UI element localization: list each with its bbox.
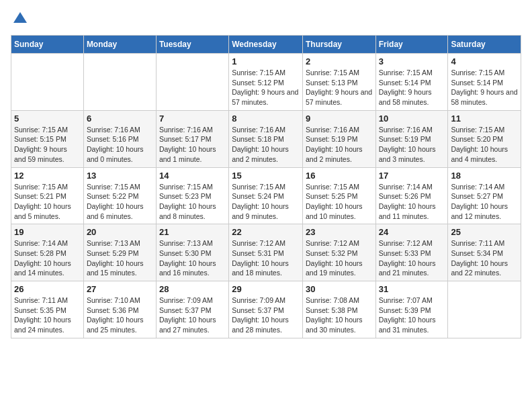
daylight-text: Daylight: 10 hours and 0 minutes. [87,144,153,164]
day-info: Sunrise: 7:14 AMSunset: 5:28 PMDaylight:… [14,238,81,278]
day-info: Sunrise: 7:16 AMSunset: 5:19 PMDaylight:… [379,125,445,165]
day-info: Sunrise: 7:14 AMSunset: 5:27 PMDaylight:… [451,182,518,222]
day-info: Sunrise: 7:14 AMSunset: 5:26 PMDaylight:… [379,182,445,222]
daylight-text: Daylight: 10 hours and 8 minutes. [159,201,226,221]
sunset-text: Sunset: 5:14 PM [451,78,518,88]
sunrise-text: Sunrise: 7:15 AM [232,68,300,78]
weekday-header-saturday: Saturday [448,36,521,54]
calendar-cell: 20Sunrise: 7:13 AMSunset: 5:29 PMDayligh… [83,224,156,281]
day-info: Sunrise: 7:16 AMSunset: 5:19 PMDaylight:… [306,125,373,165]
day-info: Sunrise: 7:16 AMSunset: 5:16 PMDaylight:… [87,125,153,165]
daylight-text: Daylight: 10 hours and 5 minutes. [14,201,81,221]
day-number: 27 [87,284,153,294]
calendar-cell: 25Sunrise: 7:11 AMSunset: 5:34 PMDayligh… [448,224,521,281]
sunrise-text: Sunrise: 7:15 AM [232,182,300,192]
calendar-cell: 15Sunrise: 7:15 AMSunset: 5:24 PMDayligh… [229,167,303,224]
day-number: 13 [87,171,153,181]
daylight-text: Daylight: 10 hours and 4 minutes. [451,144,518,164]
day-number: 12 [14,171,81,181]
day-info: Sunrise: 7:15 AMSunset: 5:13 PMDaylight:… [306,68,373,107]
day-number: 15 [232,171,300,181]
sunset-text: Sunset: 5:30 PM [159,248,226,259]
daylight-text: Daylight: 10 hours and 19 minutes. [306,259,373,278]
day-number: 31 [379,284,445,294]
calendar-cell [156,54,228,111]
calendar-cell: 31Sunrise: 7:07 AMSunset: 5:39 PMDayligh… [375,281,448,338]
daylight-text: Daylight: 10 hours and 12 minutes. [451,201,518,221]
day-number: 25 [451,227,518,237]
day-number: 4 [451,56,518,66]
daylight-text: Daylight: 10 hours and 11 minutes. [379,201,445,221]
logo [11,11,28,27]
sunset-text: Sunset: 5:37 PM [159,306,226,316]
calendar-cell: 23Sunrise: 7:12 AMSunset: 5:32 PMDayligh… [302,224,375,281]
day-number: 20 [87,227,153,237]
calendar-cell: 12Sunrise: 7:15 AMSunset: 5:21 PMDayligh… [11,167,84,224]
day-number: 7 [159,113,226,124]
sunrise-text: Sunrise: 7:14 AM [451,182,518,192]
sunrise-text: Sunrise: 7:09 AM [159,295,226,306]
calendar-cell: 24Sunrise: 7:12 AMSunset: 5:33 PMDayligh… [375,224,448,281]
day-info: Sunrise: 7:11 AMSunset: 5:34 PMDaylight:… [451,238,518,278]
sunrise-text: Sunrise: 7:15 AM [306,68,373,78]
calendar-table: SundayMondayTuesdayWednesdayThursdayFrid… [11,35,521,338]
sunset-text: Sunset: 5:29 PM [87,248,153,259]
sunrise-text: Sunrise: 7:07 AM [379,295,445,306]
sunrise-text: Sunrise: 7:11 AM [451,238,518,248]
day-number: 16 [306,171,373,181]
day-info: Sunrise: 7:10 AMSunset: 5:36 PMDaylight:… [87,295,153,335]
day-number: 8 [232,113,300,124]
sunset-text: Sunset: 5:38 PM [306,306,373,316]
weekday-header-friday: Friday [375,36,448,54]
day-info: Sunrise: 7:16 AMSunset: 5:18 PMDaylight:… [232,125,300,165]
daylight-text: Daylight: 10 hours and 10 minutes. [306,201,373,221]
day-info: Sunrise: 7:15 AMSunset: 5:23 PMDaylight:… [159,182,226,222]
sunset-text: Sunset: 5:28 PM [14,248,81,259]
calendar-cell: 26Sunrise: 7:11 AMSunset: 5:35 PMDayligh… [11,281,84,338]
sunrise-text: Sunrise: 7:16 AM [159,125,226,135]
sunset-text: Sunset: 5:36 PM [87,306,153,316]
calendar-cell: 5Sunrise: 7:15 AMSunset: 5:15 PMDaylight… [11,110,84,167]
day-number: 2 [306,56,373,66]
day-info: Sunrise: 7:15 AMSunset: 5:21 PMDaylight:… [14,182,81,222]
svg-marker-0 [13,12,27,23]
weekday-header-monday: Monday [83,36,156,54]
sunrise-text: Sunrise: 7:15 AM [306,182,373,192]
page-header [11,11,521,27]
sunset-text: Sunset: 5:32 PM [306,248,373,259]
day-info: Sunrise: 7:15 AMSunset: 5:14 PMDaylight:… [451,68,518,107]
calendar-cell: 27Sunrise: 7:10 AMSunset: 5:36 PMDayligh… [83,281,156,338]
calendar-week-row: 19Sunrise: 7:14 AMSunset: 5:28 PMDayligh… [11,224,521,281]
day-number: 3 [379,56,445,66]
calendar-cell: 16Sunrise: 7:15 AMSunset: 5:25 PMDayligh… [302,167,375,224]
sunrise-text: Sunrise: 7:12 AM [306,238,373,248]
day-number: 26 [14,284,81,294]
sunset-text: Sunset: 5:34 PM [451,248,518,259]
day-number: 1 [232,56,300,66]
daylight-text: Daylight: 9 hours and 58 minutes. [379,87,445,107]
calendar-cell: 8Sunrise: 7:16 AMSunset: 5:18 PMDaylight… [229,110,303,167]
day-number: 21 [159,227,226,237]
day-number: 22 [232,227,300,237]
daylight-text: Daylight: 10 hours and 28 minutes. [232,315,300,334]
calendar-cell: 14Sunrise: 7:15 AMSunset: 5:23 PMDayligh… [156,167,228,224]
sunset-text: Sunset: 5:18 PM [232,134,300,144]
day-info: Sunrise: 7:15 AMSunset: 5:14 PMDaylight:… [379,68,445,107]
sunrise-text: Sunrise: 7:15 AM [14,125,81,135]
day-info: Sunrise: 7:16 AMSunset: 5:17 PMDaylight:… [159,125,226,165]
day-info: Sunrise: 7:15 AMSunset: 5:22 PMDaylight:… [87,182,153,222]
daylight-text: Daylight: 9 hours and 59 minutes. [14,144,81,164]
calendar-cell: 29Sunrise: 7:09 AMSunset: 5:37 PMDayligh… [229,281,303,338]
daylight-text: Daylight: 10 hours and 1 minute. [159,144,226,164]
sunset-text: Sunset: 5:31 PM [232,248,300,259]
daylight-text: Daylight: 9 hours and 58 minutes. [451,87,518,107]
day-info: Sunrise: 7:15 AMSunset: 5:12 PMDaylight:… [232,68,300,107]
sunrise-text: Sunrise: 7:12 AM [232,238,300,248]
sunset-text: Sunset: 5:17 PM [159,134,226,144]
daylight-text: Daylight: 10 hours and 2 minutes. [232,144,300,164]
day-number: 30 [306,284,373,294]
daylight-text: Daylight: 10 hours and 15 minutes. [87,259,153,278]
day-number: 18 [451,171,518,181]
calendar-cell: 17Sunrise: 7:14 AMSunset: 5:26 PMDayligh… [375,167,448,224]
daylight-text: Daylight: 9 hours and 57 minutes. [232,87,300,107]
